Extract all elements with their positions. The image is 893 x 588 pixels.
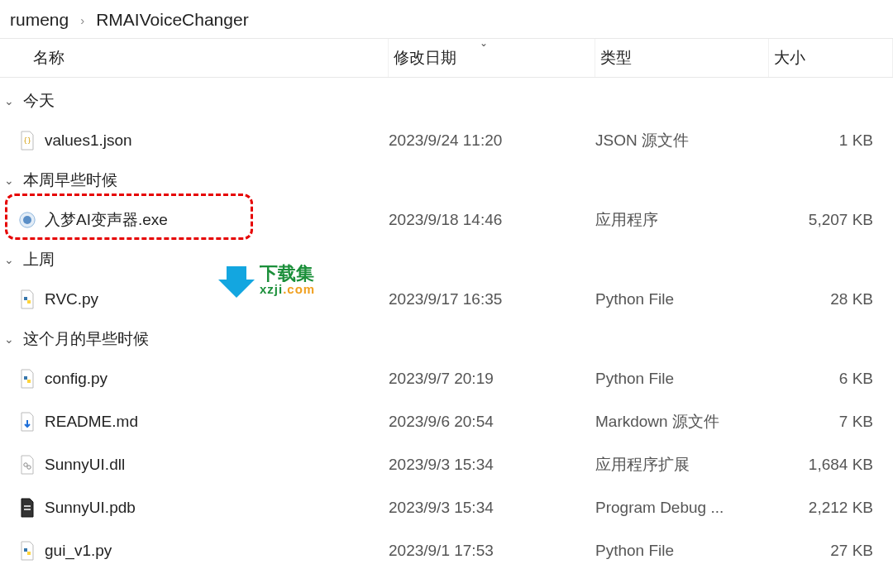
sort-indicator-icon: ⌄ bbox=[480, 37, 488, 49]
file-date: 2023/9/24 11:20 bbox=[389, 131, 595, 150]
file-name: 入梦AI变声器.exe bbox=[45, 209, 168, 231]
group-earlier-this-week[interactable]: ⌄ 本周早些时候 bbox=[0, 162, 893, 198]
svg-rect-10 bbox=[24, 509, 31, 510]
markdown-file-icon bbox=[18, 411, 36, 433]
svg-point-2 bbox=[23, 216, 31, 224]
file-name: gui_v1.py bbox=[45, 542, 112, 560]
svg-text:{}: {} bbox=[23, 137, 31, 145]
file-row-values1-json[interactable]: {} values1.json 2023/9/24 11:20 JSON 源文件… bbox=[0, 119, 893, 162]
group-label: 今天 bbox=[23, 90, 55, 112]
file-size: 1,684 KB bbox=[769, 456, 893, 474]
file-type: Python File bbox=[595, 542, 769, 560]
file-row-sunnyui-pdb[interactable]: SunnyUI.pdb 2023/9/3 15:34 Program Debug… bbox=[0, 486, 893, 529]
file-row-readme-md[interactable]: README.md 2023/9/6 20:54 Markdown 源文件 7 … bbox=[0, 400, 893, 443]
chevron-down-icon: ⌄ bbox=[2, 253, 17, 266]
breadcrumb-item-rumeng[interactable]: rumeng bbox=[10, 10, 69, 30]
python-file-icon bbox=[18, 368, 36, 390]
json-file-icon: {} bbox=[18, 130, 36, 151]
file-name: README.md bbox=[45, 413, 138, 431]
pdb-file-icon bbox=[18, 497, 36, 519]
file-type: Python File bbox=[595, 370, 769, 388]
group-label: 这个月的早些时候 bbox=[23, 328, 149, 350]
header-name[interactable]: 名称 bbox=[0, 39, 389, 77]
group-last-week[interactable]: ⌄ 上周 bbox=[0, 241, 893, 278]
chevron-down-icon: ⌄ bbox=[2, 332, 17, 346]
file-date: 2023/9/7 20:19 bbox=[389, 370, 595, 388]
svg-rect-11 bbox=[24, 548, 27, 552]
file-list: ⌄ 今天 {} values1.json 2023/9/24 11:20 JSO… bbox=[0, 78, 893, 572]
breadcrumb-item-current[interactable]: RMAIVoiceChanger bbox=[96, 10, 248, 30]
column-headers: 名称 修改日期 类型 大小 ⌄ bbox=[0, 38, 893, 78]
header-size[interactable]: 大小 bbox=[769, 39, 893, 77]
group-earlier-this-month[interactable]: ⌄ 这个月的早些时候 bbox=[0, 321, 893, 357]
file-date: 2023/9/6 20:54 bbox=[389, 413, 595, 431]
svg-rect-5 bbox=[24, 376, 27, 380]
exe-app-icon bbox=[18, 209, 36, 231]
breadcrumb: rumeng › RMAIVoiceChanger bbox=[0, 0, 893, 38]
header-type[interactable]: 类型 bbox=[595, 39, 769, 77]
svg-rect-12 bbox=[27, 552, 31, 555]
svg-rect-4 bbox=[27, 300, 31, 304]
python-file-icon bbox=[18, 289, 36, 310]
file-row-gui-v1-py[interactable]: gui_v1.py 2023/9/1 17:53 Python File 27 … bbox=[0, 529, 893, 572]
svg-rect-3 bbox=[24, 297, 27, 300]
file-size: 6 KB bbox=[769, 370, 893, 388]
file-size: 28 KB bbox=[769, 290, 893, 308]
file-name: config.py bbox=[45, 370, 107, 388]
file-date: 2023/9/1 17:53 bbox=[389, 542, 595, 560]
chevron-down-icon: ⌄ bbox=[2, 174, 17, 187]
chevron-down-icon: ⌄ bbox=[2, 94, 17, 108]
file-type: 应用程序扩展 bbox=[595, 454, 769, 476]
svg-rect-6 bbox=[27, 380, 31, 383]
file-row-rvc-py[interactable]: 下载集 xzji.com RVC.py 2023/9/17 16:35 Pyth… bbox=[0, 278, 893, 321]
file-size: 2,212 KB bbox=[769, 499, 893, 517]
file-type: Program Debug ... bbox=[595, 499, 769, 517]
file-row-sunnyui-dll[interactable]: SunnyUI.dll 2023/9/3 15:34 应用程序扩展 1,684 … bbox=[0, 443, 893, 486]
file-type: 应用程序 bbox=[595, 209, 769, 231]
header-date[interactable]: 修改日期 bbox=[389, 39, 595, 77]
dll-file-icon bbox=[18, 454, 36, 476]
file-name: RVC.py bbox=[45, 290, 98, 308]
file-type: Python File bbox=[595, 290, 769, 308]
file-date: 2023/9/3 15:34 bbox=[389, 456, 595, 474]
file-name: values1.json bbox=[45, 131, 132, 150]
chevron-right-icon: › bbox=[80, 13, 84, 27]
python-file-icon bbox=[18, 540, 36, 562]
file-date: 2023/9/18 14:46 bbox=[389, 211, 595, 229]
file-size: 27 KB bbox=[769, 542, 893, 560]
group-label: 本周早些时候 bbox=[23, 170, 117, 191]
group-label: 上周 bbox=[23, 249, 55, 270]
file-date: 2023/9/3 15:34 bbox=[389, 499, 595, 517]
file-type: JSON 源文件 bbox=[595, 130, 769, 151]
file-type: Markdown 源文件 bbox=[595, 411, 769, 433]
file-size: 7 KB bbox=[769, 413, 893, 431]
file-size: 5,207 KB bbox=[769, 211, 893, 229]
group-today[interactable]: ⌄ 今天 bbox=[0, 83, 893, 119]
file-date: 2023/9/17 16:35 bbox=[389, 290, 595, 308]
svg-rect-9 bbox=[24, 505, 31, 507]
file-name: SunnyUI.dll bbox=[45, 456, 125, 474]
file-name: SunnyUI.pdb bbox=[45, 499, 136, 517]
file-row-config-py[interactable]: config.py 2023/9/7 20:19 Python File 6 K… bbox=[0, 357, 893, 400]
file-size: 1 KB bbox=[769, 131, 893, 150]
file-row-voice-changer-exe[interactable]: 入梦AI变声器.exe 2023/9/18 14:46 应用程序 5,207 K… bbox=[0, 198, 893, 241]
